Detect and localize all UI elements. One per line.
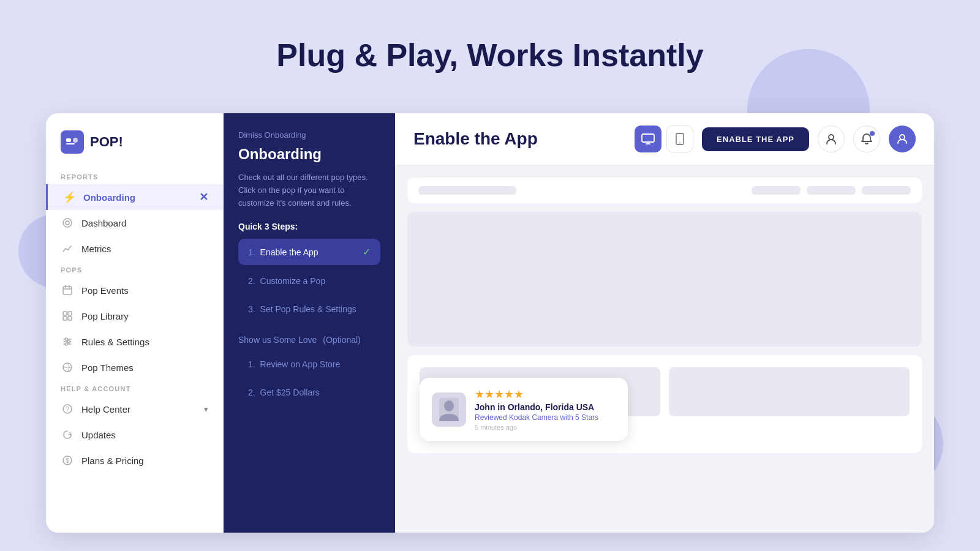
updates-icon <box>61 428 74 441</box>
sidebar-item-label-pop-library: Pop Library <box>81 311 129 321</box>
review-info: ★★★★★ John in Orlando, Florida USA Revie… <box>475 388 598 431</box>
review-name: John in Orlando, Florida USA <box>475 402 598 412</box>
notification-dot <box>870 131 875 136</box>
chevron-down-icon: ▾ <box>204 405 208 414</box>
svg-text:?: ? <box>66 405 69 413</box>
sidebar-item-label-pop-events: Pop Events <box>81 285 129 296</box>
sidebar-item-rules-settings[interactable]: Rules & Settings <box>46 329 223 354</box>
step-1-text: 1. Enable the App <box>248 247 318 257</box>
mobile-toggle[interactable] <box>666 126 693 152</box>
grid-icon <box>61 309 74 323</box>
step-3-pop-rules[interactable]: 3. Set Pop Rules & Settings <box>238 297 380 321</box>
page-title: Plug & Play, Works Instantly <box>0 0 980 92</box>
themes-icon <box>61 361 74 374</box>
fake-bar-1 <box>418 186 516 195</box>
step-3-text: 3. Set Pop Rules & Settings <box>248 304 356 314</box>
pricing-icon: $ <box>61 454 74 467</box>
section-label-pops: POPS <box>46 261 223 277</box>
svg-rect-9 <box>63 312 67 315</box>
desktop-toggle[interactable] <box>635 126 662 152</box>
love-item-dollars[interactable]: 2. Get $25 Dollars <box>238 380 380 405</box>
svg-rect-12 <box>68 317 72 320</box>
enable-app-button[interactable]: ENABLE THE APP <box>702 127 809 151</box>
main-content: Enable the App <box>395 113 934 533</box>
step-3-num: 3. <box>248 304 255 314</box>
review-highlight: 5 Stars <box>575 413 598 422</box>
step-2-customize-pop[interactable]: 2. Customize a Pop <box>238 269 380 293</box>
love-item-review[interactable]: 1. Review on App Store <box>238 352 380 377</box>
sidebar-item-pop-events[interactable]: Pop Events <box>46 277 223 303</box>
section-label-reports: REPORTS <box>46 168 223 184</box>
step-2-label: Customize a Pop <box>260 276 326 286</box>
dismiss-onboarding-link[interactable]: Dimiss Onboarding <box>238 130 380 140</box>
sidebar-item-label-rules-settings: Rules & Settings <box>81 337 149 347</box>
onboarding-title: Onboarding <box>238 146 380 163</box>
svg-point-3 <box>63 219 72 227</box>
svg-point-34 <box>444 400 454 411</box>
bell-icon-button[interactable] <box>853 126 880 152</box>
calendar-icon <box>61 283 74 297</box>
close-icon[interactable]: ✕ <box>199 190 208 204</box>
svg-point-16 <box>65 338 67 340</box>
metrics-icon <box>61 242 74 255</box>
svg-rect-5 <box>63 287 72 294</box>
lightning-icon: ⚡ <box>62 190 76 204</box>
svg-text:$: $ <box>66 457 70 464</box>
sidebar-item-dashboard[interactable]: Dashboard <box>46 210 223 236</box>
preview-main-area <box>407 212 922 347</box>
sidebar-item-updates[interactable]: Updates <box>46 422 223 448</box>
fake-bar-2 <box>752 186 801 195</box>
love-1-label: Review on App Store <box>260 359 341 369</box>
love-1-num: 1. <box>248 359 255 369</box>
svg-rect-11 <box>63 317 67 320</box>
step-2-text: 2. Customize a Pop <box>248 276 325 286</box>
sidebar-item-label-dashboard: Dashboard <box>81 218 126 228</box>
device-toggles <box>635 126 693 152</box>
show-love-section: Show us Some Love (Optional) 1. Review o… <box>238 335 380 405</box>
review-card: ★★★★★ John in Orlando, Florida USA Revie… <box>420 378 628 441</box>
sliders-icon <box>61 335 74 348</box>
show-love-title: Show us Some Love (Optional) <box>238 335 380 345</box>
fake-bar-4 <box>862 186 911 195</box>
review-text: Reviewed Kodak Camera with 5 Stars <box>475 413 598 422</box>
sidebar-item-label-updates: Updates <box>81 430 116 440</box>
sidebar-item-onboarding[interactable]: ⚡ Onboarding ✕ <box>46 184 223 210</box>
show-love-label: Show us Some Love <box>238 335 317 345</box>
avatar-button[interactable] <box>889 126 916 152</box>
fake-bar-3 <box>807 186 856 195</box>
svg-point-4 <box>66 221 69 225</box>
step-1-num: 1. <box>248 247 255 257</box>
logo-text: POP! <box>90 134 123 150</box>
step-1-enable-app[interactable]: 1. Enable the App ✓ <box>238 239 380 265</box>
svg-rect-0 <box>66 138 71 142</box>
sidebar-item-pop-library[interactable]: Pop Library <box>46 303 223 329</box>
svg-point-18 <box>65 343 67 345</box>
steps-title: Quick 3 Steps: <box>238 222 380 231</box>
svg-rect-10 <box>68 312 72 315</box>
logo-icon <box>61 130 84 154</box>
love-2-label: Get $25 Dollars <box>260 388 320 397</box>
sidebar-item-help-center[interactable]: ? Help Center ▾ <box>46 396 223 422</box>
love-2-num: 2. <box>248 388 255 397</box>
sidebar: POP! REPORTS ⚡ Onboarding ✕ Dashboard <box>46 113 224 533</box>
onboarding-description: Check out all our different pop types. C… <box>238 171 380 209</box>
review-time: 5 minutes ago <box>475 424 598 431</box>
logo-area: POP! <box>46 130 223 168</box>
sidebar-item-label-metrics: Metrics <box>81 244 111 254</box>
sidebar-item-pop-themes[interactable]: Pop Themes <box>46 354 223 380</box>
svg-point-17 <box>67 340 70 343</box>
step-3-label: Set Pop Rules & Settings <box>260 304 356 314</box>
svg-rect-25 <box>642 134 654 142</box>
help-icon: ? <box>61 402 74 416</box>
svg-point-31 <box>829 135 834 140</box>
sidebar-item-label-pop-themes: Pop Themes <box>81 362 134 373</box>
review-avatar <box>432 392 466 427</box>
check-icon: ✓ <box>363 246 371 258</box>
sidebar-item-metrics[interactable]: Metrics <box>46 236 223 261</box>
svg-point-2 <box>73 138 78 143</box>
sidebar-item-plans-pricing[interactable]: $ Plans & Pricing <box>46 448 223 473</box>
optional-label: (Optional) <box>323 335 360 345</box>
review-text-prefix: Reviewed Kodak Camera with <box>475 413 573 422</box>
user-icon-button[interactable] <box>818 126 845 152</box>
preview-col-2 <box>669 367 910 416</box>
